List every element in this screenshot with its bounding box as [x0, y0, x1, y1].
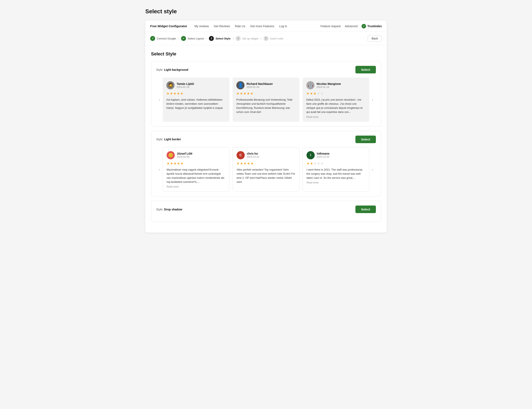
nav-link-login[interactable]: Log In	[279, 25, 287, 28]
nav-link-get-more[interactable]: Get more Features	[250, 25, 274, 28]
avatar-1-2: 👤	[236, 81, 245, 89]
main-content: Select Style Style: Light background Sel…	[145, 45, 387, 232]
review-date-1-3: 2024-01-16	[316, 86, 341, 89]
nav-link-rate-us[interactable]: Rate Us	[235, 25, 245, 28]
nav-right: Feature request Advanced ✓ Trustindex	[320, 24, 382, 28]
step-arrow-2: ›	[206, 37, 207, 40]
style-card-light-border: Style: Light border Select ‹ 😊 Józs	[151, 131, 381, 196]
style-card-light-bg: Style: Light background Select ‹ 🧔	[151, 61, 381, 126]
star-icon: ★	[240, 161, 243, 166]
star-icon: ★	[177, 91, 180, 96]
star-icon: ★	[310, 91, 313, 96]
step-5: 5 Insert code	[264, 36, 283, 41]
star-icon: ★	[173, 91, 176, 96]
reviewer-name-2-2: chris ho	[247, 152, 259, 155]
review-text-2-1: Maximálisan meg vagyok elégedve!Orvosok …	[167, 168, 226, 184]
nav-brand: Free Widget Configurator	[150, 24, 187, 28]
reviews-grid-1: 🧔 Tamás Liptói 2024-01-19 ★ ★ ★ ★	[163, 77, 369, 122]
reviewer-name-2-3: lothmane	[317, 152, 329, 155]
review-text-1-3: Début 2023, j'ai pris une bonne résoluti…	[306, 98, 366, 114]
nav-link-get-reviews[interactable]: Get Reviews	[214, 25, 230, 28]
review-card-2-2: C chris ho 2023-12-21 ★ ★ ★ ★	[233, 147, 299, 192]
widget-container: Free Widget Configurator My reviews Get …	[145, 20, 387, 232]
star-icon: ★	[170, 161, 173, 166]
read-more-2-1[interactable]: Read more	[167, 185, 226, 188]
top-nav: Free Widget Configurator My reviews Get …	[145, 20, 387, 32]
star-icon: ★	[310, 161, 313, 166]
star-icon: ★	[250, 161, 254, 166]
carousel-prev-1[interactable]: ‹	[156, 96, 163, 103]
back-button[interactable]: Back	[368, 35, 382, 42]
avatar-2-3: I	[306, 151, 315, 159]
review-card-2-1: 😊 József Lólé 2024-01-05 ★ ★ ★ ★	[163, 147, 229, 192]
star-icon: ★	[247, 91, 250, 96]
review-card-2-3: I lothmane 2023-12-20 ★ ★ ★ ★	[303, 147, 369, 192]
select-button-light-border[interactable]: Select	[355, 136, 376, 143]
review-date-2-2: 2023-12-21	[247, 155, 259, 158]
review-card-1-1: 🧔 Tamás Liptói 2024-01-19 ★ ★ ★ ★	[163, 77, 229, 122]
carousel-next-1[interactable]: ›	[369, 96, 376, 103]
star-icon: ★	[167, 161, 170, 166]
stars-1-2: ★ ★ ★ ★ ★	[236, 91, 296, 96]
page-title: Select style	[145, 8, 387, 15]
review-date-1-2: 2024-01-18	[247, 86, 273, 89]
star-icon: ★	[244, 161, 247, 166]
steps-right: Back	[368, 35, 382, 42]
review-text-2-3: I went there in 2021. The staff was prof…	[306, 168, 365, 180]
step-5-label: Insert code	[270, 37, 283, 40]
carousel-next-2[interactable]: ›	[369, 166, 376, 173]
reviews-carousel-1: ‹ 🧔 Tamás Liptói 2024-01-19	[156, 77, 376, 122]
select-button-light-bg[interactable]: Select	[355, 66, 376, 74]
review-text-1-2: Professionelle Beratung und Vorbereitung…	[236, 98, 296, 114]
stars-1-3: ★ ★ ★ ★ ★	[306, 91, 366, 96]
step-3[interactable]: 3 Select Style	[209, 36, 230, 41]
review-date-1-1: 2024-01-19	[177, 86, 194, 89]
star-icon: ★	[173, 161, 177, 166]
style-label-2: Style: Light border	[156, 138, 181, 141]
star-icon: ★	[180, 161, 183, 166]
review-card-1-2: 👤 Richard Nachbauer 2024-01-18 ★ ★ ★	[233, 77, 299, 122]
star-icon: ★	[236, 91, 239, 96]
step-4-label: Set up widget	[242, 37, 258, 40]
nav-link-my-reviews[interactable]: My reviews	[195, 25, 209, 28]
review-header-1-1: 🧔 Tamás Liptói 2024-01-19	[166, 81, 226, 89]
avatar-2-1: 😊	[167, 151, 175, 159]
review-header-1-3: 🤖 Nicolas Mangione 2024-01-16	[306, 81, 366, 89]
carousel-prev-2[interactable]: ‹	[156, 166, 163, 173]
step-1-label: Connect Google	[157, 37, 176, 40]
step-5-circle: 5	[264, 36, 268, 41]
style-card-header-3: Style: Drop shadow Select	[156, 205, 376, 213]
select-button-drop-shadow[interactable]: Select	[355, 205, 376, 213]
step-arrow-3: ›	[232, 37, 233, 40]
section-title: Select Style	[151, 51, 381, 57]
review-header-2-3: I lothmane 2023-12-20	[306, 151, 365, 159]
review-date-2-3: 2023-12-20	[317, 155, 329, 158]
trustindex-label: Trustindex	[367, 25, 382, 28]
step-3-circle: 3	[209, 36, 214, 41]
star-icon: ★	[306, 161, 310, 166]
reviewer-info-2-3: lothmane 2023-12-20	[317, 152, 329, 158]
reviewer-info-1-2: Richard Nachbauer 2024-01-18	[247, 82, 273, 89]
review-card-1-3: 🤖 Nicolas Mangione 2024-01-16 ★ ★ ★	[303, 77, 369, 122]
star-icon: ★	[166, 91, 170, 96]
read-more-1-3[interactable]: Read more	[306, 116, 366, 118]
reviewer-name-1-1: Tamás Liptói	[177, 82, 194, 85]
star-icon: ★	[243, 91, 246, 96]
step-2[interactable]: ✓ Select Layout	[181, 36, 204, 41]
star-icon: ★	[247, 161, 250, 166]
star-icon: ★	[313, 91, 316, 96]
read-more-2-3[interactable]: Read more	[306, 181, 365, 184]
step-4-circle: 4	[236, 36, 241, 41]
stars-2-3: ★ ★ ★ ★ ★	[306, 161, 365, 166]
reviewer-info-1-3: Nicolas Mangione 2024-01-16	[316, 82, 341, 89]
reviewer-info-1-1: Tamás Liptói 2024-01-19	[177, 82, 194, 89]
reviews-grid-2: 😊 József Lólé 2024-01-05 ★ ★ ★ ★	[163, 147, 369, 192]
review-header-1-2: 👤 Richard Nachbauer 2024-01-18	[236, 81, 296, 89]
star-icon: ★	[317, 91, 320, 96]
star-icon: ★	[320, 91, 323, 96]
step-3-label: Select Style	[216, 37, 230, 40]
step-1[interactable]: ✓ Connect Google	[150, 36, 176, 41]
trustindex-check-icon: ✓	[361, 24, 366, 28]
nav-link-advanced[interactable]: Advanced	[345, 25, 357, 28]
nav-link-feature-request[interactable]: Feature request	[320, 25, 341, 28]
